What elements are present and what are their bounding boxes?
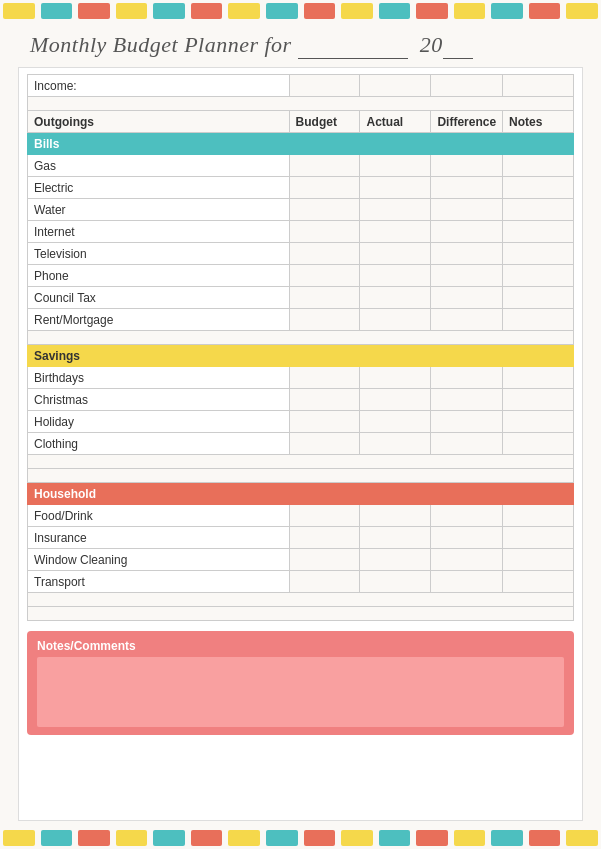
table-row: Gas: [28, 155, 574, 177]
deco-seg: [116, 3, 148, 19]
deco-seg: [566, 830, 598, 846]
title-blank-year: [443, 32, 473, 59]
spacer-row: [28, 455, 574, 469]
deco-seg: [454, 3, 486, 19]
item-internet: Internet: [28, 221, 290, 243]
deco-seg: [78, 830, 110, 846]
item-food-drink: Food/Drink: [28, 505, 290, 527]
table-row: Water: [28, 199, 574, 221]
item-electric: Electric: [28, 177, 290, 199]
notes-section: Notes/Comments: [27, 631, 574, 735]
item-phone: Phone: [28, 265, 290, 287]
deco-seg: [153, 3, 185, 19]
deco-seg: [341, 830, 373, 846]
table-row: Clothing: [28, 433, 574, 455]
deco-seg: [266, 830, 298, 846]
table-header-row: Outgoings Budget Actual Difference Notes: [28, 111, 574, 133]
deco-seg: [529, 830, 561, 846]
table-row: Transport: [28, 571, 574, 593]
top-deco-bar: [0, 0, 601, 22]
item-birthdays: Birthdays: [28, 367, 290, 389]
col-notes-header: Notes: [503, 111, 574, 133]
deco-seg: [491, 3, 523, 19]
notes-box: Notes/Comments: [27, 631, 574, 735]
item-council-tax: Council Tax: [28, 287, 290, 309]
col-budget-header: Budget: [289, 111, 360, 133]
item-gas: Gas: [28, 155, 290, 177]
deco-seg: [304, 830, 336, 846]
item-transport: Transport: [28, 571, 290, 593]
deco-seg: [566, 3, 598, 19]
income-row: Income:: [28, 75, 574, 97]
spacer-row: [28, 331, 574, 345]
deco-seg: [491, 830, 523, 846]
household-category-label: Household: [28, 483, 574, 505]
budget-table: Income: Outgoings Budget Actual Differen…: [27, 74, 574, 621]
deco-seg: [116, 830, 148, 846]
table-row: Christmas: [28, 389, 574, 411]
item-christmas: Christmas: [28, 389, 290, 411]
item-clothing: Clothing: [28, 433, 290, 455]
title-area: Monthly Budget Planner for 20: [0, 22, 601, 67]
table-row: Phone: [28, 265, 574, 287]
item-television: Television: [28, 243, 290, 265]
bills-category-label: Bills: [28, 133, 574, 155]
item-insurance: Insurance: [28, 527, 290, 549]
item-rent-mortgage: Rent/Mortgage: [28, 309, 290, 331]
deco-seg: [266, 3, 298, 19]
table-row: Electric: [28, 177, 574, 199]
bottom-deco-bar: [0, 827, 601, 849]
deco-seg: [41, 3, 73, 19]
page: Monthly Budget Planner for 20 Income:: [0, 0, 601, 849]
deco-seg: [78, 3, 110, 19]
table-row: Holiday: [28, 411, 574, 433]
table-row: Internet: [28, 221, 574, 243]
item-holiday: Holiday: [28, 411, 290, 433]
income-notes: [503, 75, 574, 97]
deco-seg: [191, 3, 223, 19]
deco-seg: [3, 830, 35, 846]
col-outgoings-header: Outgoings: [28, 111, 290, 133]
table-row: Insurance: [28, 527, 574, 549]
table-row: Television: [28, 243, 574, 265]
table-row: Food/Drink: [28, 505, 574, 527]
deco-seg: [379, 3, 411, 19]
deco-seg: [416, 830, 448, 846]
income-label: Income:: [28, 75, 290, 97]
spacer-row: [28, 97, 574, 111]
item-window-cleaning: Window Cleaning: [28, 549, 290, 571]
deco-seg: [454, 830, 486, 846]
table-row: Rent/Mortgage: [28, 309, 574, 331]
spacer-row: [28, 607, 574, 621]
deco-seg: [379, 830, 411, 846]
table-row: Council Tax: [28, 287, 574, 309]
deco-seg: [529, 3, 561, 19]
deco-seg: [416, 3, 448, 19]
col-difference-header: Difference: [431, 111, 503, 133]
deco-seg: [191, 830, 223, 846]
income-actual: [360, 75, 431, 97]
spacer-row: [28, 593, 574, 607]
col-actual-header: Actual: [360, 111, 431, 133]
income-diff: [431, 75, 503, 97]
notes-content-area[interactable]: [37, 657, 564, 727]
deco-seg: [3, 3, 35, 19]
deco-seg: [153, 830, 185, 846]
deco-seg: [41, 830, 73, 846]
savings-category-label: Savings: [28, 345, 574, 367]
title-blank-name: [298, 32, 408, 59]
income-budget: [289, 75, 360, 97]
main-content: Income: Outgoings Budget Actual Differen…: [18, 67, 583, 821]
deco-seg: [341, 3, 373, 19]
household-category-row: Household: [28, 483, 574, 505]
notes-label: Notes/Comments: [37, 639, 564, 653]
savings-category-row: Savings: [28, 345, 574, 367]
item-water: Water: [28, 199, 290, 221]
page-title: Monthly Budget Planner for 20: [30, 32, 473, 57]
deco-seg: [304, 3, 336, 19]
deco-seg: [228, 830, 260, 846]
table-row: Birthdays: [28, 367, 574, 389]
deco-seg: [228, 3, 260, 19]
spacer-row: [28, 469, 574, 483]
bills-category-row: Bills: [28, 133, 574, 155]
